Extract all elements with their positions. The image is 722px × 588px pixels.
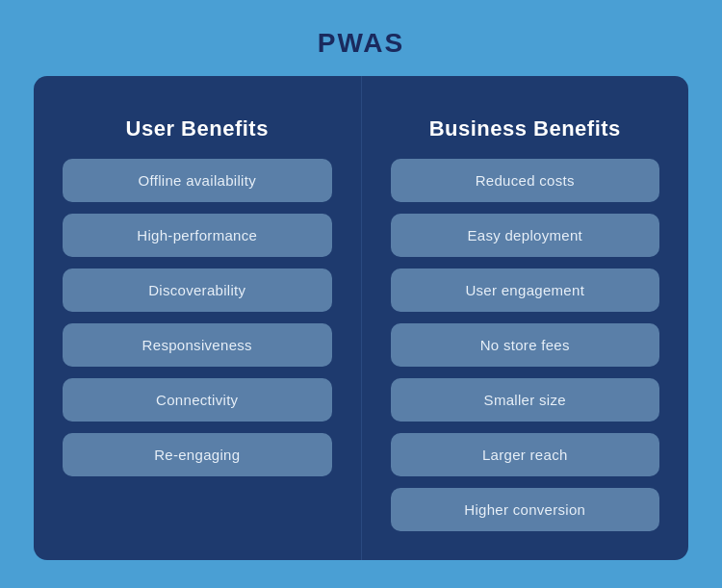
column-user-benefits: User BenefitsOffline availabilityHigh-pe… xyxy=(34,76,362,560)
column-business-benefits: Business BenefitsReduced costsEasy deplo… xyxy=(362,76,689,560)
column-header-business-benefits: Business Benefits xyxy=(391,95,660,159)
main-card: User BenefitsOffline availabilityHigh-pe… xyxy=(34,76,688,560)
item-pill-user-benefits-3: Responsiveness xyxy=(63,323,332,367)
item-pill-user-benefits-0: Offline availability xyxy=(63,159,332,202)
column-header-user-benefits: User Benefits xyxy=(63,95,332,159)
item-pill-business-benefits-0: Reduced costs xyxy=(391,159,660,202)
items-list-business-benefits: Reduced costsEasy deploymentUser engagem… xyxy=(391,159,660,531)
item-pill-user-benefits-4: Connectivity xyxy=(63,378,332,422)
item-pill-business-benefits-2: User engagement xyxy=(391,268,660,312)
page-title: PWAS xyxy=(318,28,404,59)
item-pill-business-benefits-3: No store fees xyxy=(391,323,660,367)
item-pill-user-benefits-2: Discoverability xyxy=(63,268,332,312)
item-pill-user-benefits-1: High-performance xyxy=(63,214,332,257)
item-pill-business-benefits-6: Higher conversion xyxy=(391,488,660,531)
item-pill-user-benefits-5: Re-engaging xyxy=(63,433,332,476)
items-list-user-benefits: Offline availabilityHigh-performanceDisc… xyxy=(63,159,332,476)
item-pill-business-benefits-4: Smaller size xyxy=(391,378,660,422)
item-pill-business-benefits-1: Easy deployment xyxy=(391,214,660,257)
item-pill-business-benefits-5: Larger reach xyxy=(391,433,660,476)
columns-container: User BenefitsOffline availabilityHigh-pe… xyxy=(34,76,688,560)
